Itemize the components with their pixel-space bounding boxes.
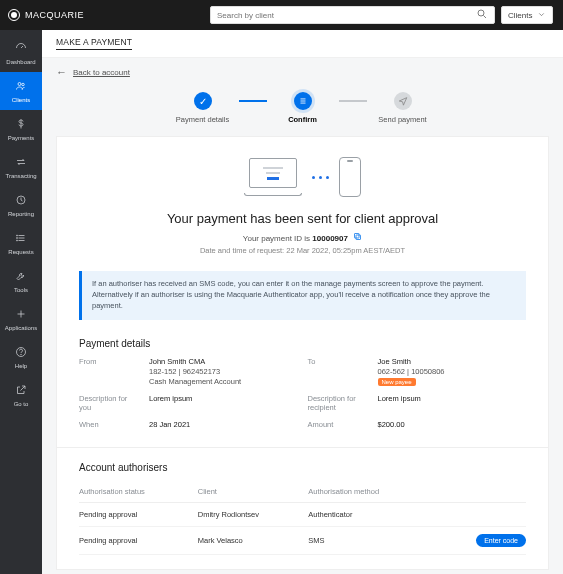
payment-id-label: Your payment ID is bbox=[243, 234, 313, 243]
list-icon bbox=[294, 92, 312, 110]
step-connector bbox=[339, 100, 367, 102]
label-when: When bbox=[79, 420, 139, 429]
search-input[interactable] bbox=[217, 11, 476, 20]
table-row: Pending approval Dmitry Rodiontsev Authe… bbox=[79, 502, 526, 526]
sidebar-item-clients[interactable]: Clients bbox=[0, 72, 42, 110]
laptop-icon bbox=[244, 158, 302, 196]
sidebar-item-label: Tools bbox=[14, 287, 28, 293]
svg-point-3 bbox=[18, 82, 21, 85]
step-confirm: Confirm bbox=[267, 92, 339, 124]
scope-label: Clients bbox=[508, 11, 532, 20]
send-icon bbox=[394, 92, 412, 110]
sidebar-item-label: Help bbox=[15, 363, 27, 369]
arrow-left-icon[interactable]: ← bbox=[56, 66, 67, 78]
svg-point-12 bbox=[17, 240, 18, 241]
value-desc-you: Lorem ipsum bbox=[149, 394, 298, 412]
transfer-icon bbox=[15, 156, 27, 170]
sidebar: Dashboard Clients Payments Transacting R… bbox=[0, 30, 42, 574]
col-client: Client bbox=[198, 481, 308, 503]
value-to: Joe Smith 062-562 | 10050806 New payee bbox=[378, 357, 527, 386]
table-header-row: Authorisation status Client Authorisatio… bbox=[79, 481, 526, 503]
step-send-payment: Send payment bbox=[367, 92, 439, 124]
sidebar-item-label: Dashboard bbox=[6, 59, 35, 65]
from-type: Cash Management Account bbox=[149, 377, 298, 386]
confirm-card: Your payment has been sent for client ap… bbox=[56, 136, 549, 570]
sidebar-item-dashboard[interactable]: Dashboard bbox=[0, 34, 42, 72]
svg-point-16 bbox=[21, 354, 22, 355]
label-amount: Amount bbox=[308, 420, 368, 429]
timestamp: Date and time of request: 22 Mar 2022, 0… bbox=[79, 246, 526, 255]
cell-client: Dmitry Rodiontsev bbox=[198, 502, 308, 526]
question-icon bbox=[15, 346, 27, 360]
label-desc-rec: Description for recipient bbox=[308, 394, 368, 412]
sidebar-item-payments[interactable]: Payments bbox=[0, 110, 42, 148]
search-wrap: Clients bbox=[210, 6, 553, 24]
from-name: John Smith CMA bbox=[149, 357, 298, 366]
top-bar: MACQUARIE Clients bbox=[0, 0, 563, 30]
search-box[interactable] bbox=[210, 6, 495, 24]
payment-id: 10000907 bbox=[312, 234, 348, 243]
cell-action bbox=[436, 502, 526, 526]
step-label: Payment details bbox=[176, 115, 229, 124]
info-banner: If an authoriser has received an SMS cod… bbox=[79, 271, 526, 320]
brand-text: MACQUARIE bbox=[25, 10, 84, 20]
svg-point-4 bbox=[22, 83, 25, 86]
sidebar-item-applications[interactable]: Applications bbox=[0, 300, 42, 338]
phone-icon bbox=[339, 157, 361, 197]
title-bar: MAKE A PAYMENT bbox=[42, 30, 563, 58]
sidebar-item-requests[interactable]: Requests bbox=[0, 224, 42, 262]
dots-icon bbox=[312, 176, 329, 179]
plus-icon bbox=[15, 308, 27, 322]
col-status: Authorisation status bbox=[79, 481, 198, 503]
sidebar-item-label: Applications bbox=[5, 325, 37, 331]
cell-client: Mark Velasco bbox=[198, 526, 308, 554]
confirm-headline: Your payment has been sent for client ap… bbox=[79, 211, 526, 226]
sidebar-item-label: Payments bbox=[8, 135, 35, 141]
cell-status: Pending approval bbox=[79, 502, 198, 526]
sidebar-item-help[interactable]: Help bbox=[0, 338, 42, 376]
details-title: Payment details bbox=[79, 338, 526, 349]
gauge-icon bbox=[15, 42, 27, 56]
enter-code-button[interactable]: Enter code bbox=[476, 534, 526, 547]
from-account: 182-152 | 962452173 bbox=[149, 367, 298, 376]
authorisers-title: Account authorisers bbox=[79, 462, 526, 473]
list-icon bbox=[15, 232, 27, 246]
sidebar-item-tools[interactable]: Tools bbox=[0, 262, 42, 300]
step-label: Send payment bbox=[378, 115, 426, 124]
step-payment-details: ✓ Payment details bbox=[167, 92, 239, 124]
svg-line-1 bbox=[484, 16, 487, 19]
sidebar-item-label: Transacting bbox=[5, 173, 36, 179]
sidebar-item-label: Clients bbox=[12, 97, 30, 103]
details-grid: From John Smith CMA 182-152 | 962452173 … bbox=[79, 357, 526, 429]
sidebar-item-goto[interactable]: Go to bbox=[0, 376, 42, 414]
cell-action: Enter code bbox=[436, 526, 526, 554]
sidebar-item-reporting[interactable]: Reporting bbox=[0, 186, 42, 224]
value-amount: $200.00 bbox=[378, 420, 527, 429]
page-title: MAKE A PAYMENT bbox=[56, 37, 132, 50]
sidebar-item-label: Requests bbox=[8, 249, 33, 255]
clock-icon bbox=[15, 194, 27, 208]
dollar-icon bbox=[15, 118, 27, 132]
back-link[interactable]: Back to account bbox=[73, 68, 130, 77]
label-desc-you: Description for you bbox=[79, 394, 139, 412]
brand-circle-icon bbox=[8, 9, 20, 21]
sidebar-item-transacting[interactable]: Transacting bbox=[0, 148, 42, 186]
people-icon bbox=[15, 80, 27, 94]
new-payee-badge: New payee bbox=[378, 378, 416, 386]
value-when: 28 Jan 2021 bbox=[149, 420, 298, 429]
copy-icon[interactable] bbox=[353, 234, 362, 243]
to-account: 062-562 | 10050806 bbox=[378, 367, 527, 376]
check-icon: ✓ bbox=[194, 92, 212, 110]
search-scope-dropdown[interactable]: Clients bbox=[501, 6, 553, 24]
label-from: From bbox=[79, 357, 139, 386]
payment-id-line: Your payment ID is 10000907 bbox=[79, 232, 526, 243]
col-action bbox=[436, 481, 526, 503]
svg-rect-20 bbox=[356, 235, 361, 240]
sidebar-item-label: Reporting bbox=[8, 211, 34, 217]
col-method: Authorisation method bbox=[308, 481, 436, 503]
search-icon[interactable] bbox=[476, 8, 488, 22]
divider bbox=[57, 447, 548, 448]
illustration bbox=[79, 157, 526, 197]
svg-point-10 bbox=[17, 235, 18, 236]
chevron-down-icon bbox=[537, 10, 546, 21]
